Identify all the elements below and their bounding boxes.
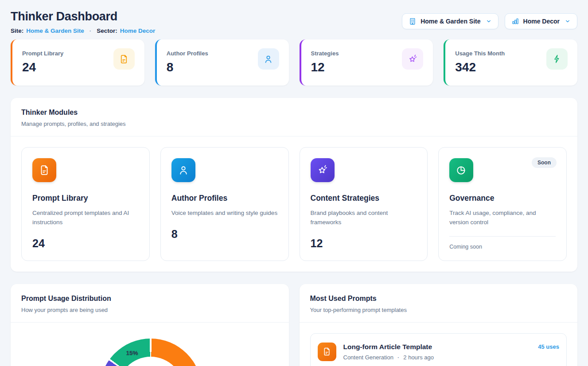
sector-label: Sector: — [97, 27, 117, 34]
module-card-content-strategies[interactable]: Content Strategies Brand playbooks and c… — [300, 147, 428, 261]
sector-link[interactable]: Home Decor — [120, 27, 156, 34]
prompt-item-category: Content Generation — [343, 354, 393, 361]
module-count: 24 — [32, 237, 139, 250]
module-description: Brand playbooks and content frameworks — [311, 209, 417, 227]
usage-panel-subtitle: How your prompts are being used — [21, 307, 278, 313]
pie-chart-icon — [449, 158, 473, 182]
module-description: Voice templates and writing style guides — [171, 209, 278, 218]
bottom-row: Prompt Usage Distribution How your promp… — [11, 284, 577, 366]
document-icon — [32, 158, 56, 182]
stat-label: Usage This Month — [455, 50, 505, 57]
stats-row: Prompt Library 24 Author Profiles 8 — [11, 39, 577, 86]
usage-panel-title: Prompt Usage Distribution — [21, 295, 278, 303]
module-description: Track AI usage, compliance, and version … — [449, 209, 556, 227]
usage-distribution-panel: Prompt Usage Distribution How your promp… — [11, 284, 289, 366]
stat-card-author-profiles: Author Profiles 8 — [155, 39, 289, 86]
prompt-list-item[interactable]: Long-form Article Template Content Gener… — [310, 333, 567, 366]
divider — [449, 236, 556, 237]
bar-chart-icon — [511, 17, 519, 25]
donut-percent-label: 15% — [126, 349, 138, 356]
person-icon — [171, 158, 195, 182]
module-count: 8 — [171, 228, 278, 241]
module-title: Author Profiles — [171, 194, 278, 203]
module-title: Governance — [449, 194, 556, 203]
site-sector-breadcrumb: Site: Home & Garden Site · Sector: Home … — [11, 27, 155, 34]
separator-dot: · — [90, 27, 92, 34]
modules-panel-title: Thinker Modules — [21, 109, 567, 117]
stat-card-usage: Usage This Month 342 — [444, 39, 577, 86]
building-icon — [409, 17, 417, 25]
module-count: 12 — [311, 237, 417, 250]
header-titles: Thinker Dashboard Site: Home & Garden Si… — [11, 10, 155, 34]
site-selector-dropdown[interactable]: Home & Garden Site — [402, 13, 498, 29]
lightning-icon — [546, 48, 568, 70]
module-card-prompt-library[interactable]: Prompt Library Centralized prompt templa… — [21, 147, 150, 261]
prompts-list: Long-form Article Template Content Gener… — [300, 323, 578, 366]
star-sparkle-icon — [311, 158, 335, 182]
prompts-panel-title: Most Used Prompts — [310, 295, 567, 303]
modules-grid: Prompt Library Centralized prompt templa… — [11, 136, 577, 272]
document-icon — [113, 48, 135, 70]
stat-value: 24 — [22, 60, 63, 74]
stat-label: Author Profiles — [167, 50, 208, 57]
stat-info: Strategies 12 — [311, 48, 339, 74]
stat-card-prompt-library: Prompt Library 24 — [11, 39, 144, 86]
person-icon — [258, 48, 279, 70]
module-card-governance[interactable]: Soon Governance Track AI usage, complian… — [438, 147, 567, 261]
modules-panel-header: Thinker Modules Manage prompts, profiles… — [11, 98, 577, 136]
stat-info: Prompt Library 24 — [22, 48, 63, 74]
stat-info: Author Profiles 8 — [167, 48, 208, 74]
stat-card-strategies: Strategies 12 — [300, 39, 433, 86]
star-sparkle-icon — [402, 48, 423, 70]
page-header: Thinker Dashboard Site: Home & Garden Si… — [11, 10, 577, 34]
site-label: Site: — [11, 27, 23, 34]
sector-selector-dropdown[interactable]: Home Decor — [505, 13, 577, 29]
document-icon — [318, 343, 336, 361]
module-title: Content Strategies — [311, 194, 417, 203]
stat-value: 342 — [455, 60, 505, 74]
sector-selector-value: Home Decor — [523, 18, 560, 25]
donut-hole — [118, 357, 183, 366]
site-selector-value: Home & Garden Site — [421, 18, 480, 25]
usage-donut-chart[interactable]: 15% — [100, 339, 202, 366]
usage-panel-header: Prompt Usage Distribution How your promp… — [11, 284, 289, 322]
prompts-panel-subtitle: Your top-performing prompt templates — [310, 307, 567, 313]
separator-dot: · — [397, 354, 399, 361]
header-selectors: Home & Garden Site Home Decor — [402, 13, 577, 29]
stat-value: 8 — [167, 60, 208, 74]
soon-badge: Soon — [532, 157, 557, 168]
coming-soon-label: Coming soon — [449, 244, 556, 250]
site-link[interactable]: Home & Garden Site — [26, 27, 84, 34]
stat-info: Usage This Month 342 — [455, 48, 505, 74]
prompt-item-meta: Content Generation · 2 hours ago — [343, 354, 531, 361]
module-title: Prompt Library — [32, 194, 139, 203]
prompt-uses-badge: 45 uses — [538, 343, 559, 350]
module-card-author-profiles[interactable]: Author Profiles Voice templates and writ… — [160, 147, 289, 261]
prompt-item-time: 2 hours ago — [403, 354, 434, 361]
stat-label: Prompt Library — [22, 50, 63, 57]
chevron-down-icon — [486, 18, 492, 24]
prompt-item-main: Long-form Article Template Content Gener… — [343, 343, 531, 361]
module-description: Centralized prompt templates and AI inst… — [32, 209, 139, 227]
modules-panel-subtitle: Manage prompts, profiles, and strategies — [21, 121, 567, 127]
stat-label: Strategies — [311, 50, 339, 57]
prompts-panel-header: Most Used Prompts Your top-performing pr… — [300, 284, 578, 322]
page-title: Thinker Dashboard — [11, 10, 155, 23]
prompt-item-title: Long-form Article Template — [343, 343, 531, 351]
most-used-prompts-panel: Most Used Prompts Your top-performing pr… — [300, 284, 578, 366]
usage-chart-area: 15% — [11, 323, 289, 366]
stat-value: 12 — [311, 60, 339, 74]
dashboard-page: Thinker Dashboard Site: Home & Garden Si… — [0, 0, 588, 366]
chevron-down-icon — [565, 18, 571, 24]
thinker-modules-panel: Thinker Modules Manage prompts, profiles… — [11, 98, 577, 272]
